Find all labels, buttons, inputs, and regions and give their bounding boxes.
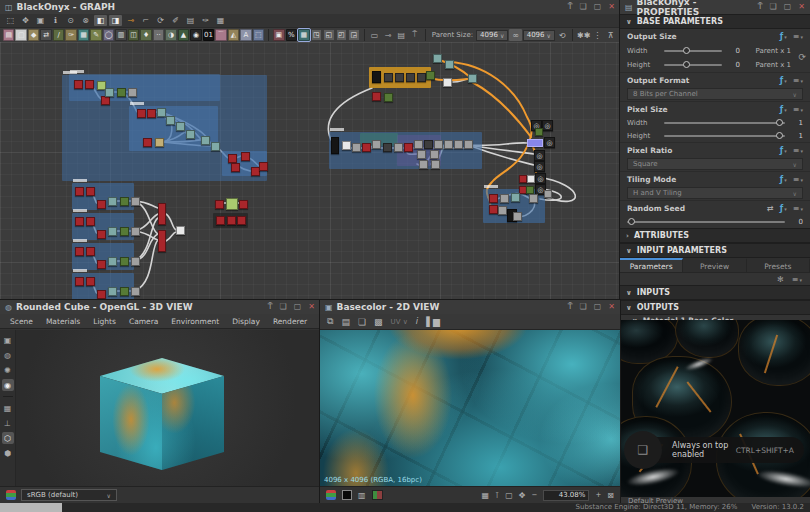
graph-node[interactable]: [417, 73, 426, 82]
graph-node[interactable]: [519, 175, 527, 183]
graph-node[interactable]: [155, 138, 164, 147]
graph-node[interactable]: [86, 277, 95, 286]
section-input-parameters[interactable]: ∨ INPUT PARAMETERS: [620, 243, 810, 258]
graph-node[interactable]: [383, 143, 392, 152]
tab-parameters[interactable]: Parameters: [620, 258, 683, 272]
comment-icon[interactable]: ▭: [368, 29, 380, 41]
maximize-icon[interactable]: ▢: [594, 302, 602, 312]
zoom-level-input[interactable]: 43.08%: [543, 490, 589, 501]
graph-node[interactable]: [201, 136, 210, 145]
uv-dropdown[interactable]: UV ∨: [391, 318, 408, 326]
graph-node[interactable]: [105, 88, 114, 97]
graph-node[interactable]: [500, 194, 509, 203]
graph-node[interactable]: [434, 140, 443, 149]
output-format-dropdown[interactable]: 8 Bits per Channel∨: [627, 88, 803, 100]
tile-sampler-node-icon[interactable]: ◫: [128, 29, 139, 41]
graph-node[interactable]: [259, 162, 268, 171]
color-profile-icon[interactable]: [6, 490, 16, 500]
graph-node[interactable]: [97, 260, 106, 269]
graph-node[interactable]: [97, 230, 106, 239]
output-node[interactable]: ◎: [535, 173, 546, 184]
menu-scene[interactable]: Scene: [10, 317, 33, 326]
graph-node[interactable]: [231, 163, 240, 172]
graph-node[interactable]: [166, 116, 175, 125]
function-icon[interactable]: ƒ: [780, 146, 787, 155]
graph-node[interactable]: [97, 200, 106, 209]
cube-view-icon[interactable]: ⬡: [2, 432, 14, 444]
graph-node[interactable]: [362, 143, 371, 152]
percent-node-icon[interactable]: %: [286, 29, 297, 41]
wrench-tool-icon[interactable]: ✐: [169, 15, 182, 26]
lock-icon[interactable]: ⊠: [607, 491, 614, 500]
random-seed-slider[interactable]: [627, 221, 785, 223]
graph-node[interactable]: [108, 287, 117, 296]
pin-icon[interactable]: ⍑: [568, 2, 573, 12]
graph-canvas[interactable]: ◎◎◎◎◎◎◎: [0, 42, 620, 300]
graph-node[interactable]: [426, 71, 435, 80]
graph-node[interactable]: [86, 187, 95, 196]
function-icon[interactable]: ƒ: [780, 175, 787, 184]
portal-view-tool-icon[interactable]: ◨: [109, 15, 122, 26]
camera-icon[interactable]: ▣: [2, 334, 14, 346]
graph-node[interactable]: [404, 143, 413, 152]
selected-node[interactable]: [527, 139, 543, 147]
curve-node-icon[interactable]: ∕: [53, 29, 64, 41]
uniform-color-node-icon[interactable]: ◯: [103, 29, 114, 41]
thumbnail-icon[interactable]: [372, 490, 383, 500]
output-height-value[interactable]: 0: [727, 61, 740, 69]
section-attributes[interactable]: › ATTRIBUTES: [620, 228, 810, 243]
text-node-icon[interactable]: A: [240, 29, 251, 41]
svg-node-icon[interactable]: ▢: [15, 29, 26, 41]
create-link-tool-icon[interactable]: ⊸: [124, 15, 137, 26]
graph-node[interactable]: [239, 200, 248, 209]
graph-node[interactable]: [101, 96, 110, 105]
graph-node[interactable]: [211, 142, 220, 151]
pan-icon[interactable]: ✥: [519, 491, 526, 500]
info-icon[interactable]: 𝑖: [416, 316, 418, 327]
blend-node-icon[interactable]: ◆: [28, 29, 39, 41]
arch-node-icon[interactable]: ⌒: [215, 29, 226, 41]
zoom-in-button[interactable]: +: [595, 491, 601, 499]
brush-node-icon[interactable]: ✑: [65, 29, 76, 41]
save-icon[interactable]: ▤: [341, 317, 350, 327]
graph-node[interactable]: [215, 200, 224, 209]
graph-node[interactable]: [75, 277, 84, 286]
graph-node[interactable]: [86, 247, 95, 256]
pattern-node-icon[interactable]: ▥: [115, 29, 126, 41]
graph-node[interactable]: [120, 257, 129, 266]
close-icon[interactable]: ✕: [798, 2, 805, 12]
graph-node[interactable]: [430, 150, 439, 159]
pin-icon[interactable]: ⍑: [268, 302, 273, 312]
float-icon[interactable]: ❏: [280, 302, 287, 312]
graph-node[interactable]: [75, 187, 84, 196]
graph-node[interactable]: [406, 73, 415, 82]
colorspace-dropdown[interactable]: sRGB (default)∨: [21, 489, 117, 501]
transform-bl-node-icon[interactable]: ◱: [323, 29, 334, 41]
graph-node[interactable]: [454, 140, 463, 149]
environment-icon[interactable]: ✺: [2, 364, 14, 376]
graph-node[interactable]: [75, 217, 84, 226]
selection-node-icon[interactable]: ⬚: [253, 29, 264, 41]
pixel-width-value[interactable]: 1: [790, 119, 803, 127]
copy-icon[interactable]: ❏: [358, 317, 366, 327]
function-icon[interactable]: ƒ: [780, 32, 787, 41]
graph-node[interactable]: [186, 130, 195, 139]
export-icon[interactable]: ⧉: [327, 316, 333, 327]
graph-node[interactable]: [131, 287, 140, 296]
section-base-parameters[interactable]: ∨ BASE PARAMETERS: [620, 14, 810, 29]
grid-icon[interactable]: ▦: [482, 491, 490, 500]
graph-node[interactable]: [529, 194, 538, 203]
pan-tool-icon[interactable]: ✥: [19, 15, 32, 26]
graph-node[interactable]: [157, 108, 166, 117]
options-menu-icon[interactable]: ≡: [793, 175, 803, 184]
random-seed-value[interactable]: 0: [790, 218, 803, 226]
maximize-icon[interactable]: ▢: [594, 2, 602, 12]
checker-icon[interactable]: ▩: [374, 317, 383, 327]
graph-node[interactable]: [433, 54, 442, 63]
dots-menu-icon[interactable]: ⋮: [591, 29, 603, 41]
view2d-texture-canvas[interactable]: 4096 x 4096 (RGBA, 16bpc): [320, 330, 620, 486]
pin-icon[interactable]: ⍑: [758, 2, 763, 12]
float-icon[interactable]: ❏: [580, 302, 587, 312]
axis-icon[interactable]: ⊥: [2, 417, 14, 429]
graph-node[interactable]: [176, 122, 185, 131]
